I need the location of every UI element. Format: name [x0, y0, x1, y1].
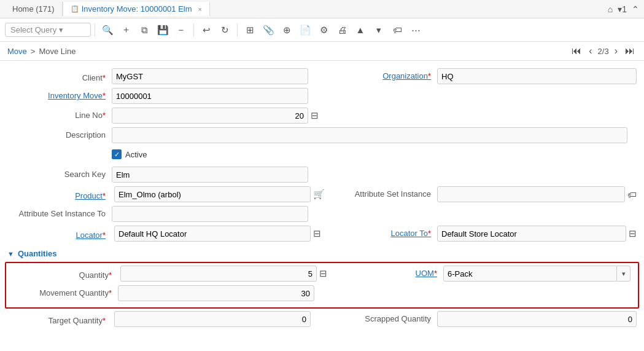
movement-qty-label: Movement Quantity* — [14, 285, 118, 298]
breadcrumb-move-link[interactable]: Move — [7, 47, 27, 56]
add-button[interactable]: ＋ — [117, 22, 134, 39]
tab-bar: Home (171) 📋 Inventory Move: 10000001 El… — [0, 0, 644, 18]
uom-label[interactable]: UOM* — [345, 266, 443, 278]
target-qty-label: Target Quantity* — [7, 313, 112, 325]
quantity-input[interactable] — [120, 266, 317, 282]
nav-next-button[interactable]: › — [613, 45, 619, 57]
uom-col: UOM* ▾ — [333, 266, 630, 282]
zoom-button[interactable]: ⊕ — [278, 22, 295, 39]
delete-button[interactable]: − — [173, 22, 190, 39]
form-inner: Client* Organization* Inventory Move* — [0, 68, 644, 243]
select-query-arrow: ▾ — [59, 25, 63, 34]
uom-input[interactable] — [443, 266, 617, 282]
scrapped-qty-col: Scrapped Quantity — [327, 311, 637, 327]
count-badge[interactable]: ▾1 — [618, 4, 627, 14]
client-input[interactable] — [112, 68, 308, 84]
org-col: Organization* — [327, 68, 637, 84]
product-col: Product* 🛒 — [7, 186, 327, 202]
select-query-label: Select Query — [10, 25, 56, 34]
product-label[interactable]: Product* — [7, 188, 112, 200]
attach-button[interactable]: 📎 — [260, 22, 277, 39]
undo-button[interactable]: ↩ — [198, 22, 215, 39]
attr-set-col: Attribute Set Instance 🏷 — [327, 186, 637, 202]
search-key-row: Search Key — [7, 167, 637, 184]
description-row: Description — [7, 127, 637, 144]
home-icon[interactable]: ⌂ — [608, 4, 613, 14]
cart-icon[interactable]: 🛒 — [313, 189, 325, 200]
quantity-calc-icon[interactable]: ⊟ — [319, 268, 327, 279]
nav-prev-button[interactable]: ‹ — [587, 45, 594, 57]
org-label[interactable]: Organization* — [339, 68, 437, 81]
product-input[interactable] — [114, 186, 311, 202]
settings-button[interactable]: ⚙ — [315, 22, 332, 39]
below-quantities: Target Quantity* Scrapped Quantity — [0, 311, 644, 328]
description-label: Description — [7, 127, 112, 140]
active-label: Active — [125, 150, 147, 159]
target-qty-input[interactable] — [114, 311, 311, 327]
print-button[interactable]: 🖨 — [333, 22, 351, 39]
down-button[interactable]: ▾ — [370, 22, 387, 39]
more-button[interactable]: ⋯ — [407, 22, 424, 39]
scrapped-qty-label: Scrapped Quantity — [339, 311, 437, 323]
search-button[interactable]: 🔍 — [99, 22, 116, 39]
page-info: 2/3 — [598, 47, 609, 56]
inv-move-label[interactable]: Inventory Move* — [7, 88, 112, 100]
select-query-dropdown[interactable]: Select Query ▾ — [5, 23, 91, 37]
tab-home[interactable]: Home (171) — [5, 2, 63, 16]
up-button[interactable]: ▲ — [352, 22, 369, 39]
locator-icon[interactable]: ⊟ — [313, 228, 321, 239]
copy-button[interactable]: ⧉ — [136, 22, 153, 39]
section-collapse-icon: ▼ — [7, 250, 14, 258]
search-key-input[interactable] — [112, 167, 308, 183]
inv-move-input[interactable] — [112, 88, 308, 104]
locator-to-label[interactable]: Locator To* — [339, 226, 437, 238]
org-input[interactable] — [437, 68, 637, 84]
redo-button[interactable]: ↻ — [216, 22, 233, 39]
tab-close-button[interactable]: × — [198, 6, 202, 13]
breadcrumb-current: Move Line — [39, 47, 76, 56]
uom-dropdown-arrow[interactable]: ▾ — [617, 266, 630, 282]
toolbar-divider-1 — [95, 23, 95, 37]
movement-qty-input[interactable] — [118, 285, 314, 301]
attr-set-to-label: Attribute Set Instance To — [7, 206, 112, 218]
calc-icon[interactable]: ⊟ — [311, 110, 319, 121]
nav-row: Move > Move Line ⏮ ‹ 2/3 › ⏭ — [0, 42, 644, 61]
expand-icon[interactable]: ⌃ — [632, 4, 639, 14]
line-no-label: Line No* — [7, 108, 112, 120]
locator-to-icon[interactable]: ⊟ — [629, 228, 637, 239]
locator-to-input[interactable] — [437, 226, 626, 242]
tag-button[interactable]: 🏷 — [389, 22, 406, 39]
attr-set-label: Attribute Set Instance — [339, 186, 437, 199]
save-button[interactable]: 💾 — [154, 22, 171, 39]
attr-tag-icon[interactable]: 🏷 — [627, 189, 637, 200]
quantities-inner: Quantity* ⊟ UOM* ▾ — [6, 266, 638, 302]
attr-set-to-input[interactable] — [112, 206, 308, 222]
breadcrumb-separator: > — [31, 47, 36, 56]
movement-qty-row: Movement Quantity* — [14, 285, 630, 302]
active-checkbox-row: Active — [112, 147, 147, 162]
target-qty-col: Target Quantity* — [7, 311, 327, 327]
target-scrapped-row: Target Quantity* Scrapped Quantity — [7, 311, 637, 328]
nav-first-button[interactable]: ⏮ — [570, 45, 583, 57]
nav-last-button[interactable]: ⏭ — [623, 45, 637, 57]
attr-set-to-row: Attribute Set Instance To — [7, 206, 637, 223]
description-input[interactable] — [112, 127, 627, 143]
line-no-row: Line No* ⊟ — [7, 108, 637, 125]
doc-button[interactable]: 📄 — [297, 22, 314, 39]
scrapped-qty-input[interactable] — [437, 311, 637, 327]
quantities-section-header[interactable]: ▼ Quantities — [0, 245, 644, 262]
line-no-input[interactable] — [112, 108, 308, 124]
grid-button[interactable]: ⊞ — [241, 22, 258, 39]
attr-set-input[interactable] — [437, 186, 625, 202]
tab-active[interactable]: 📋 Inventory Move: 10000001 Elm × — [63, 2, 210, 16]
locator-col: Locator* ⊟ — [7, 226, 327, 242]
inv-move-row: Inventory Move* — [7, 88, 637, 105]
locator-input[interactable] — [114, 226, 311, 242]
quantity-uom-row: Quantity* ⊟ UOM* ▾ — [14, 266, 630, 283]
locator-label[interactable]: Locator* — [7, 227, 112, 240]
active-checkbox[interactable] — [112, 149, 122, 159]
active-row: Active — [7, 147, 637, 164]
form-area: Client* Organization* Inventory Move* — [0, 61, 644, 328]
client-label: Client* — [7, 70, 112, 82]
tab-bar-right: ⌂ ▾1 ⌃ — [608, 4, 639, 14]
